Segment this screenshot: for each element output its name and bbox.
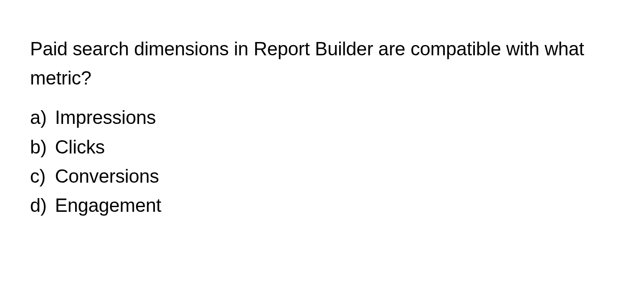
question-block: Paid search dimensions in Report Builder… <box>0 0 644 220</box>
option-b: b) Clicks <box>30 132 614 162</box>
option-c: c) Conversions <box>30 162 614 191</box>
option-a: a) Impressions <box>30 103 614 132</box>
option-a-label: a) <box>30 103 55 132</box>
option-d: d) Engagement <box>30 191 614 220</box>
option-a-text: Impressions <box>55 103 614 132</box>
option-d-text: Engagement <box>55 191 614 220</box>
option-d-label: d) <box>30 191 55 220</box>
question-text: Paid search dimensions in Report Builder… <box>30 34 614 93</box>
options-list: a) Impressions b) Clicks c) Conversions … <box>30 103 614 220</box>
option-b-label: b) <box>30 132 55 162</box>
option-c-text: Conversions <box>55 162 614 191</box>
option-b-text: Clicks <box>55 132 614 162</box>
option-c-label: c) <box>30 162 55 191</box>
